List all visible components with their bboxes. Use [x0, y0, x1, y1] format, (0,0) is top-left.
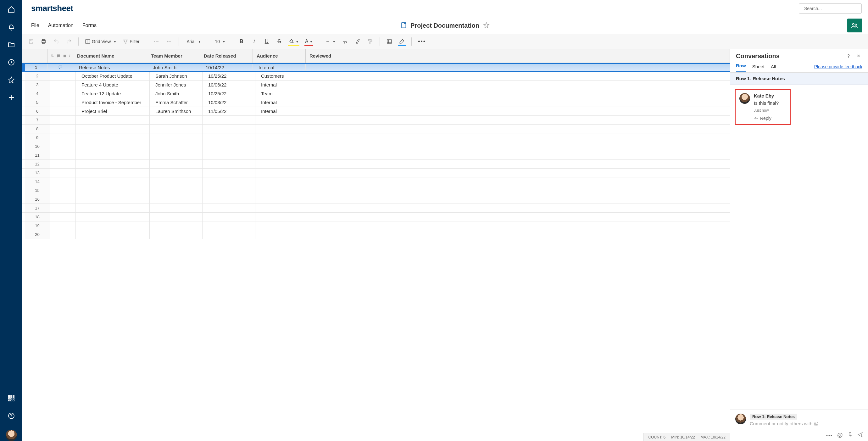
cell-mem[interactable]	[150, 213, 203, 221]
row-number[interactable]: 14	[25, 178, 50, 186]
cell-date[interactable]	[203, 230, 255, 239]
row-number[interactable]: 11	[25, 151, 50, 159]
cell-mem[interactable]	[150, 186, 203, 195]
cell-rev[interactable]	[308, 98, 730, 107]
table-row[interactable]: 7	[22, 116, 730, 125]
row-number[interactable]: 5	[25, 98, 50, 107]
cell-mem[interactable]: Emma Schaffer	[150, 98, 203, 107]
cell-rev[interactable]	[308, 213, 730, 221]
table-row[interactable]: 4Feature 12 UpdateJohn Smith10/25/22Team	[22, 89, 730, 98]
conditional-format-button[interactable]	[384, 36, 394, 46]
cell-doc[interactable]: Release Notes	[73, 64, 147, 71]
table-row[interactable]: 2October Product UpdateSarah Johnson10/2…	[22, 72, 730, 81]
row-number[interactable]: 3	[25, 81, 50, 89]
cell-aud[interactable]	[255, 151, 308, 159]
table-row[interactable]: 9	[22, 133, 730, 142]
cell-date[interactable]	[203, 142, 255, 151]
table-row[interactable]: 18	[22, 213, 730, 221]
column-document-name[interactable]: Document Name	[73, 49, 147, 63]
cell-rev[interactable]	[308, 81, 730, 89]
send-icon[interactable]	[857, 432, 863, 439]
cell-date[interactable]	[203, 186, 255, 195]
cell-mem[interactable]	[150, 142, 203, 151]
more-button[interactable]: •••	[416, 36, 428, 46]
help-circle-icon[interactable]	[7, 412, 15, 420]
cell-rev[interactable]	[308, 72, 730, 80]
cell-date[interactable]: 10/06/22	[203, 81, 255, 89]
row-number[interactable]: 9	[25, 133, 50, 142]
cell-rev[interactable]	[308, 116, 730, 124]
table-row[interactable]: 1Release NotesJohn Smith10/14/22Internal	[22, 63, 730, 72]
underline-button[interactable]: U	[262, 36, 272, 46]
star-icon[interactable]	[7, 76, 15, 84]
compose-input[interactable]	[750, 421, 863, 426]
cell-aud[interactable]	[255, 160, 308, 168]
cell-aud[interactable]: Internal	[253, 64, 306, 71]
table-row[interactable]: 16	[22, 195, 730, 204]
cell-doc[interactable]	[76, 195, 150, 203]
table-row[interactable]: 8	[22, 125, 730, 133]
column-team-member[interactable]: Team Member	[147, 49, 200, 63]
italic-button[interactable]: I	[249, 36, 259, 46]
cell-date[interactable]: 10/03/22	[203, 98, 255, 107]
cell-date[interactable]	[203, 195, 255, 203]
row-number[interactable]: 7	[25, 116, 50, 124]
share-button[interactable]	[847, 19, 862, 32]
cell-doc[interactable]: Project Brief	[76, 107, 150, 116]
cell-rev[interactable]	[308, 195, 730, 203]
cell-doc[interactable]	[76, 213, 150, 221]
feedback-link[interactable]: Please provide feedback	[814, 64, 862, 72]
column-audience[interactable]: Audience	[253, 49, 306, 63]
tab-sheet[interactable]: Sheet	[752, 64, 765, 72]
view-switcher[interactable]: Grid View ▼	[83, 36, 118, 46]
cell-rev[interactable]	[308, 186, 730, 195]
cell-aud[interactable]: Internal	[255, 98, 308, 107]
reply-button[interactable]: Reply	[754, 116, 779, 121]
attach-icon[interactable]	[847, 432, 853, 439]
table-row[interactable]: 17	[22, 204, 730, 213]
cell-aud[interactable]	[255, 213, 308, 221]
cell-doc[interactable]: Feature 12 Update	[76, 89, 150, 98]
row-number[interactable]: 8	[25, 125, 50, 133]
cell-date[interactable]	[203, 221, 255, 230]
cell-date[interactable]	[203, 151, 255, 159]
table-row[interactable]: 14	[22, 178, 730, 186]
apps-grid-icon[interactable]	[7, 395, 15, 402]
table-row[interactable]: 3Feature 4 UpdateJennifer Jones10/06/22I…	[22, 81, 730, 89]
favorite-star-icon[interactable]	[483, 22, 490, 30]
column-reviewed[interactable]: Reviewed	[306, 49, 730, 63]
cell-aud[interactable]	[255, 142, 308, 151]
cell-date[interactable]: 10/14/22	[200, 64, 253, 71]
cell-doc[interactable]: October Product Update	[76, 72, 150, 80]
mention-icon[interactable]: @	[837, 432, 843, 439]
cell-mem[interactable]	[150, 160, 203, 168]
cell-rev[interactable]	[308, 142, 730, 151]
cell-doc[interactable]: Feature 4 Update	[76, 81, 150, 89]
row-number[interactable]: 6	[25, 107, 50, 116]
row-number[interactable]: 1	[25, 64, 48, 71]
menu-forms[interactable]: Forms	[83, 23, 97, 28]
cell-mem[interactable]	[150, 178, 203, 186]
cell-aud[interactable]	[255, 195, 308, 203]
table-row[interactable]: 5Product Invoice - SeptemberEmma Schaffe…	[22, 98, 730, 107]
cell-mem[interactable]	[150, 125, 203, 133]
cell-rev[interactable]	[308, 125, 730, 133]
cell-doc[interactable]	[76, 186, 150, 195]
cell-mem[interactable]	[150, 221, 203, 230]
row-number[interactable]: 16	[25, 195, 50, 203]
cell-doc[interactable]	[76, 230, 150, 239]
cell-aud[interactable]	[255, 186, 308, 195]
search-box[interactable]	[799, 3, 862, 13]
cell-date[interactable]	[203, 204, 255, 212]
table-row[interactable]: 13	[22, 168, 730, 178]
cell-date[interactable]	[203, 116, 255, 124]
cell-rev[interactable]	[308, 151, 730, 159]
cell-mem[interactable]	[150, 168, 203, 177]
tab-row[interactable]: Row	[736, 63, 746, 72]
cell-rev[interactable]	[308, 89, 730, 98]
folder-icon[interactable]	[7, 41, 15, 49]
filter-button[interactable]: Filter	[121, 36, 143, 46]
cell-doc[interactable]	[76, 221, 150, 230]
cell-rev[interactable]	[308, 221, 730, 230]
strikethrough-button[interactable]: S	[274, 36, 284, 46]
